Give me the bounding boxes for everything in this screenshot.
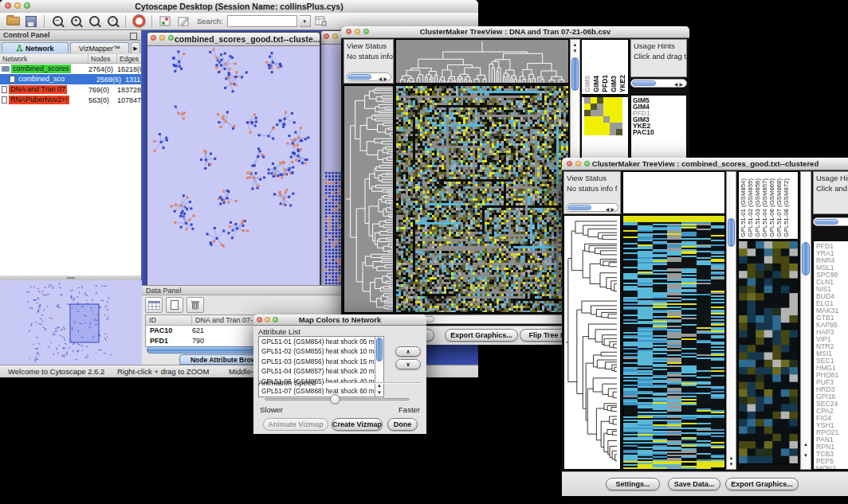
search-dropdown-button[interactable]: ▼ xyxy=(300,15,311,27)
network-overview-canvas[interactable] xyxy=(0,280,142,365)
zoom-in-button[interactable]: + xyxy=(68,14,84,29)
column-label[interactable]: GPL51-01 (GSM854) xyxy=(740,178,747,237)
close-button[interactable] xyxy=(257,317,262,322)
column-label[interactable]: GPL51-07 (GSM868) xyxy=(775,178,783,237)
scroll-up-arrow[interactable]: ▲ xyxy=(727,455,736,461)
zoom-button[interactable] xyxy=(168,35,174,41)
column-label[interactable]: GIM3 xyxy=(610,76,618,92)
scroll-up-arrow[interactable]: ▲ xyxy=(375,382,383,389)
tab-vizmapper[interactable]: VizMapper™ xyxy=(70,42,129,53)
create-vizmap-button[interactable]: Create Vizmap xyxy=(332,418,383,431)
attribute-item[interactable]: GPL51-02 (GSM855) heat shock 10 min xyxy=(259,346,383,356)
hints-hscrollbar[interactable]: ◀▶ xyxy=(630,79,687,88)
done-button[interactable]: Done xyxy=(387,418,418,431)
scroll-thumb[interactable] xyxy=(347,74,371,80)
scroll-arrows[interactable]: ◀▶ xyxy=(674,81,685,87)
row-dendrogram-canvas[interactable] xyxy=(563,215,621,470)
row-dendrogram-canvas[interactable] xyxy=(344,85,394,313)
search-input[interactable] xyxy=(227,15,297,27)
speed-slider-thumb[interactable] xyxy=(330,394,340,404)
vizmapper-button[interactable] xyxy=(157,14,173,29)
minimize-button[interactable] xyxy=(265,317,270,322)
scroll-thumb[interactable] xyxy=(728,218,735,247)
network1-canvas[interactable] xyxy=(147,46,318,287)
close-button[interactable] xyxy=(5,2,11,9)
scroll-thumb[interactable] xyxy=(571,57,579,91)
minimize-button[interactable] xyxy=(159,35,165,41)
column-label[interactable]: GIM4 xyxy=(592,76,600,92)
minimize-button[interactable] xyxy=(355,29,360,34)
close-button[interactable] xyxy=(346,29,351,34)
heatmap-zoom-canvas[interactable] xyxy=(738,240,799,464)
annotation-button[interactable] xyxy=(175,14,191,29)
column-dendrogram-panel[interactable] xyxy=(622,171,725,214)
minimize-button[interactable] xyxy=(575,161,581,166)
network-row[interactable]: combined_scores 2764(0) 16218(0) xyxy=(0,64,141,74)
column-label[interactable]: GPL51-04 (GSM857) xyxy=(761,178,768,237)
zoom-button[interactable] xyxy=(584,161,590,166)
status-hscrollbar[interactable]: ◀▶ xyxy=(566,203,618,212)
scroll-thumb[interactable] xyxy=(376,338,383,361)
minimize-button[interactable] xyxy=(14,2,21,9)
save-data-button[interactable]: Save Data... xyxy=(668,478,720,490)
scroll-thumb[interactable] xyxy=(802,242,810,275)
scroll-up-arrow[interactable]: ▲ xyxy=(571,41,579,48)
settings-button[interactable]: Settings... xyxy=(606,478,660,490)
col-network[interactable]: Network xyxy=(0,54,88,63)
scroll-thumb[interactable] xyxy=(567,205,591,210)
zoom-button[interactable] xyxy=(273,317,278,322)
scroll-down-arrow[interactable]: ▼ xyxy=(801,452,811,459)
heatmap-global-canvas[interactable] xyxy=(395,85,569,313)
help-button[interactable] xyxy=(131,14,147,29)
open-session-button[interactable] xyxy=(5,14,21,29)
global-vscrollbar[interactable]: ▲ ▼ xyxy=(726,171,736,470)
tab-overflow-button[interactable]: ▶ xyxy=(131,42,140,53)
column-label[interactable]: GIM5 xyxy=(583,76,591,92)
zoom-button[interactable] xyxy=(24,2,30,9)
scroll-arrows[interactable]: ◀▶ xyxy=(606,205,616,214)
status-hscrollbar[interactable]: ◀▶ xyxy=(346,72,391,81)
column-label[interactable]: YKE2 xyxy=(618,75,626,92)
zoom-vscrollbar[interactable]: ▲ ▼ xyxy=(800,171,811,470)
attribute-browser-button[interactable] xyxy=(313,14,329,29)
column-dendrogram-canvas[interactable] xyxy=(395,39,569,84)
hints-hscrollbar[interactable]: ◀▶ xyxy=(813,217,848,226)
export-graphics-button[interactable]: Export Graphics... xyxy=(445,329,518,342)
zoom-out-button[interactable]: − xyxy=(49,14,65,29)
network-row[interactable]: DNA and Tran 07 769(0) 183728(0) xyxy=(0,84,141,95)
column-label[interactable]: PFD1 xyxy=(601,75,609,92)
scroll-down-arrow[interactable]: ▼ xyxy=(375,389,383,396)
col-edges[interactable]: Edges xyxy=(117,54,141,63)
column-label[interactable]: GPL51-08 (GSM872) xyxy=(783,178,790,237)
scroll-up-arrow[interactable]: ▲ xyxy=(801,441,811,447)
gene-label[interactable]: MON2 xyxy=(816,465,848,470)
move-up-button[interactable]: ∧ xyxy=(395,346,421,357)
zoom-fit-button[interactable] xyxy=(86,14,102,29)
close-button[interactable] xyxy=(567,161,572,166)
attribute-item[interactable]: GPL51-03 (GSM856) heat shock 15 min xyxy=(259,357,383,366)
zoom-button[interactable] xyxy=(363,29,369,34)
list-vscrollbar[interactable]: ▲ ▼ xyxy=(375,337,383,397)
attribute-item[interactable]: GPL51-01 (GSM854) heat shock 05 min xyxy=(259,337,383,346)
column-label[interactable]: GPL51-02 (GSM855) xyxy=(747,178,754,237)
delete-attribute-button[interactable] xyxy=(186,297,204,313)
heatmap-global-canvas[interactable] xyxy=(622,215,725,470)
float-panel-icon[interactable] xyxy=(130,33,137,40)
network-row[interactable]: RNAPuberNov2+! 563(0) 107847(0) xyxy=(0,95,141,105)
scroll-thumb[interactable] xyxy=(632,80,656,86)
create-attribute-button[interactable] xyxy=(166,297,183,313)
tab-network[interactable]: Network xyxy=(2,42,69,53)
column-label[interactable]: GPL51-06 (GSM865) xyxy=(768,178,775,237)
col-nodes[interactable]: Nodes xyxy=(88,54,117,63)
minimize-button[interactable] xyxy=(332,33,338,39)
network-row-selected[interactable]: combined_sco 2569(6) 13112(15) xyxy=(0,74,141,84)
scroll-thumb[interactable] xyxy=(815,219,838,225)
save-session-button[interactable] xyxy=(23,14,39,29)
scroll-arrows[interactable]: ◀▶ xyxy=(379,75,389,84)
move-down-button[interactable]: ∨ xyxy=(395,359,421,369)
attribute-item[interactable]: GPL51-04 (GSM857) heat shock 20 min xyxy=(259,366,383,376)
column-id[interactable]: ID xyxy=(146,315,192,325)
scroll-down-arrow[interactable]: ▼ xyxy=(571,48,579,54)
row-label[interactable]: PAC10 xyxy=(633,129,686,135)
zoom-selected-button[interactable]: ▫ xyxy=(104,14,120,29)
